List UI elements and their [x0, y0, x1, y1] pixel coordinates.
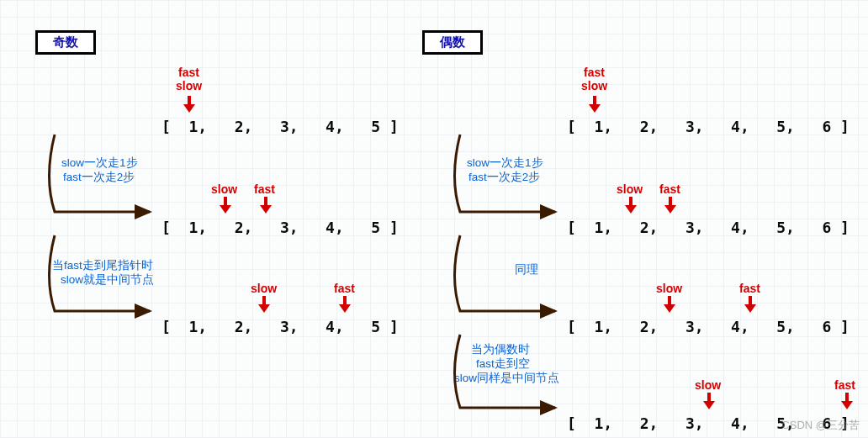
arrow-down-icon — [339, 296, 351, 314]
arrow-down-icon — [703, 393, 715, 411]
ptr-fast-label: fast — [739, 282, 760, 295]
note-even-step3c: slow同样是中间节点 — [454, 372, 559, 386]
note-odd-step2b: slow就是中间节点 — [61, 273, 154, 288]
array-row-odd-2: [ 1, 2, 3, 4, 5 ] — [161, 219, 399, 236]
arrow-down-icon — [183, 96, 195, 114]
arrow-down-icon — [258, 296, 270, 314]
ptr-fast-label: fast — [334, 282, 355, 295]
arrow-down-icon — [664, 296, 675, 314]
arrow-down-icon — [625, 197, 637, 215]
note-odd-step2a: 当fast走到尾指针时 — [52, 259, 153, 273]
array-row-odd-1: [ 1, 2, 3, 4, 5 ] — [161, 118, 399, 135]
ptr-slow-label: slow — [176, 79, 202, 92]
watermark-text: CSDN @三分苦 — [781, 418, 860, 433]
ptr-slow-label: slow — [581, 79, 607, 92]
note-even-step3a: 当为偶数时 — [471, 343, 530, 357]
note-even-step1b: fast一次走2步 — [468, 171, 540, 185]
arrow-down-icon — [260, 197, 272, 215]
note-even-step2: 同理 — [515, 263, 538, 277]
note-odd-step1a: slow一次走1步 — [61, 156, 138, 171]
arrow-down-icon — [841, 393, 853, 411]
ptr-fast-label: fast — [254, 182, 275, 196]
array-row-even-3: [ 1, 2, 3, 4, 5, 6 ] — [567, 318, 849, 335]
ptr-slow-label: slow — [211, 182, 237, 196]
ptr-fast-label: fast — [834, 378, 855, 392]
arrow-down-icon — [589, 96, 601, 114]
title-even: 偶数 — [422, 30, 483, 55]
ptr-fast-label: fast — [584, 66, 605, 79]
note-odd-step1b: fast一次走2步 — [63, 171, 135, 185]
arrow-down-icon — [220, 197, 231, 215]
array-row-odd-3: [ 1, 2, 3, 4, 5 ] — [161, 318, 399, 335]
ptr-slow-label: slow — [656, 282, 682, 295]
step-arrow-icon — [447, 229, 582, 328]
array-row-even-1: [ 1, 2, 3, 4, 5, 6 ] — [567, 118, 849, 135]
array-row-even-2: [ 1, 2, 3, 4, 5, 6 ] — [567, 219, 849, 236]
arrow-down-icon — [744, 296, 756, 314]
note-even-step1a: slow一次走1步 — [467, 156, 543, 171]
ptr-slow-label: slow — [617, 182, 643, 196]
ptr-fast-label: fast — [659, 182, 680, 196]
ptr-slow-label: slow — [695, 378, 721, 392]
note-even-step3b: fast走到空 — [476, 357, 530, 372]
title-odd: 奇数 — [35, 30, 96, 55]
arrow-down-icon — [664, 197, 676, 215]
ptr-slow-label: slow — [251, 282, 277, 295]
ptr-fast-label: fast — [178, 66, 199, 79]
